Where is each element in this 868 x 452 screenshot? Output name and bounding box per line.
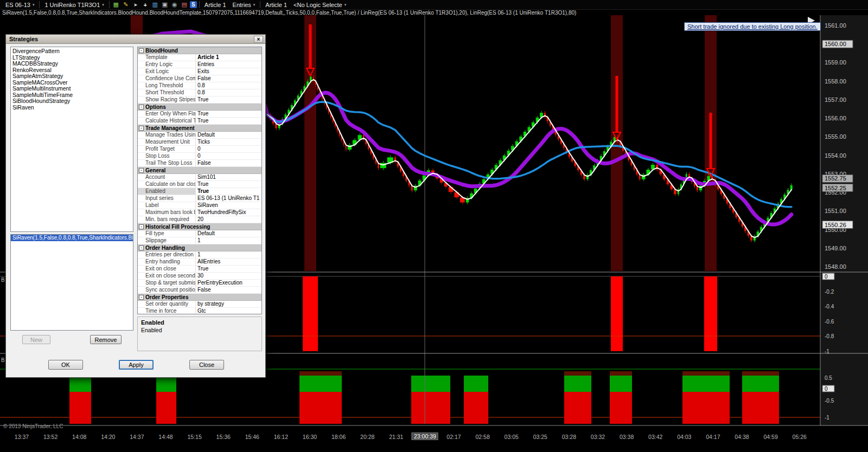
property-section-header[interactable]: -General: [138, 167, 261, 174]
property-row[interactable]: AccountSim101: [138, 174, 261, 181]
collapse-icon[interactable]: -: [139, 168, 144, 173]
property-row[interactable]: Manage Trades UsingDefault: [138, 132, 261, 139]
calendar-icon[interactable]: ▤: [180, 1, 189, 9]
property-value[interactable]: 0: [196, 153, 261, 159]
property-value[interactable]: False: [196, 287, 261, 293]
property-row[interactable]: Maximum bars look baTwoHundredFiftySix: [138, 209, 261, 216]
strategy-list-item[interactable]: SampleAtmStrategy: [11, 73, 133, 80]
collapse-icon[interactable]: -: [139, 105, 144, 109]
chart-style-icon[interactable]: ▦: [112, 1, 120, 9]
property-value[interactable]: PerEntryExecution: [196, 280, 261, 286]
property-row[interactable]: Min. bars required20: [138, 216, 261, 223]
strategy-list-item[interactable]: RenkoReversal: [11, 67, 133, 74]
apply-button[interactable]: Apply: [119, 360, 154, 370]
close-button[interactable]: Close: [189, 360, 224, 370]
property-row[interactable]: Input seriesES 06-13 (1 UniRenko T1: [138, 195, 261, 202]
property-row[interactable]: Exit on close seconds30: [138, 273, 261, 280]
property-value[interactable]: True: [196, 111, 261, 117]
property-value[interactable]: True: [196, 266, 261, 272]
property-row[interactable]: Trail The Stop LossFalse: [138, 160, 261, 167]
property-row[interactable]: Entry handlingAllEntries: [138, 259, 261, 266]
remove-button[interactable]: Remove: [90, 335, 122, 344]
snapshot-icon[interactable]: ◉: [170, 1, 179, 9]
property-section-header[interactable]: -Historical Fill Processing: [138, 223, 261, 230]
property-row[interactable]: EnabledTrue: [138, 188, 261, 195]
property-value[interactable]: AllEntries: [196, 259, 261, 265]
property-row[interactable]: Entry LogicEntries: [138, 61, 261, 68]
property-row[interactable]: Enter Only When FlatTrue: [138, 111, 261, 118]
strategy-icon[interactable]: S: [190, 1, 197, 8]
strategy-list-item[interactable]: LTStrategy: [11, 55, 133, 61]
price-axis[interactable]: [820, 15, 868, 426]
property-value[interactable]: Article 1: [196, 54, 261, 61]
property-value[interactable]: True: [196, 188, 261, 195]
property-row[interactable]: Confidence Use CompaFalse: [138, 75, 261, 82]
time-axis[interactable]: 13:3713:5214:0814:2014:3714:4815:1515:36…: [0, 432, 868, 444]
property-value[interactable]: 30: [196, 273, 261, 279]
property-value[interactable]: 0: [196, 146, 261, 152]
property-section-header[interactable]: -Order Properties: [138, 294, 261, 301]
ok-button[interactable]: OK: [48, 360, 83, 370]
strategy-list-item[interactable]: DivergencePattern: [11, 48, 133, 55]
draw-icon[interactable]: ✎: [122, 1, 130, 9]
property-row[interactable]: Profit Target0: [138, 146, 261, 153]
property-row[interactable]: Entries per direction1: [138, 251, 261, 259]
property-row[interactable]: Set order quantityby strategy: [138, 301, 261, 308]
strategy-list-item[interactable]: SampleMultiTimeFrame: [11, 92, 133, 99]
panels-icon[interactable]: ▣: [161, 1, 169, 9]
property-row[interactable]: Sync account positionFalse: [138, 287, 261, 294]
property-value[interactable]: Entries: [196, 61, 261, 68]
property-value[interactable]: 1: [196, 237, 261, 244]
close-icon[interactable]: ×: [254, 36, 263, 43]
property-value[interactable]: True: [196, 118, 261, 124]
property-row[interactable]: Time in forceGtc: [138, 308, 261, 314]
property-row[interactable]: Exit on closeTrue: [138, 266, 261, 273]
property-value[interactable]: Ticks: [196, 139, 261, 145]
property-value[interactable]: Default: [196, 132, 261, 138]
cursor-icon[interactable]: ➤: [131, 1, 140, 9]
property-row[interactable]: Show Racing StripesTrue: [138, 96, 261, 104]
property-row[interactable]: Fill typeDefault: [138, 230, 261, 237]
property-row[interactable]: Long Threshold0.8: [138, 82, 261, 89]
property-row[interactable]: Exit LogicExits: [138, 68, 261, 75]
property-value[interactable]: True: [196, 96, 261, 103]
property-value[interactable]: Default: [196, 230, 261, 237]
dialog-titlebar[interactable]: Strategies ×: [6, 35, 265, 44]
property-value[interactable]: 20: [196, 216, 261, 223]
configured-strategy-item[interactable]: SiRaven(1.5,False,0.8,0.8,True,SharkIndi…: [11, 235, 133, 241]
property-value[interactable]: by strategy: [196, 301, 261, 307]
entry-logic-selector[interactable]: Entries ▾: [229, 1, 259, 9]
property-row[interactable]: LabelSiRaven: [138, 202, 261, 209]
property-value[interactable]: False: [196, 160, 261, 166]
crosshair-icon[interactable]: +: [141, 1, 150, 9]
property-value[interactable]: ES 06-13 (1 UniRenko T1: [196, 195, 261, 202]
property-value[interactable]: 1: [196, 251, 261, 258]
indicators-icon[interactable]: ▥: [151, 1, 159, 9]
property-value[interactable]: 0.8: [196, 82, 261, 89]
property-value[interactable]: 0.8: [196, 89, 261, 96]
property-value[interactable]: SiRaven: [196, 202, 261, 209]
strategy-list-item[interactable]: SampleMACrossOver: [11, 80, 133, 86]
property-value[interactable]: False: [196, 75, 261, 82]
strategy-list-item[interactable]: MACDBBStrategy: [11, 61, 133, 67]
property-row[interactable]: Calculate Historical TrTrue: [138, 118, 261, 125]
collapse-icon[interactable]: -: [139, 295, 144, 300]
collapse-icon[interactable]: -: [139, 224, 144, 229]
property-row[interactable]: Calculate on bar closeTrue: [138, 181, 261, 188]
logic-selector[interactable]: <No Logic Selecte ▾: [290, 1, 349, 9]
series-interval-selector[interactable]: 1 UniRenko T1R3O1 ▾: [41, 1, 107, 9]
property-section-header[interactable]: -Order Handling: [138, 244, 261, 251]
property-value[interactable]: Sim101: [196, 174, 261, 180]
strategy-list-item[interactable]: SampleMultiInstrument: [11, 86, 133, 92]
property-row[interactable]: Measurement UnitTicks: [138, 139, 261, 146]
collapse-icon[interactable]: -: [139, 246, 144, 250]
collapse-icon[interactable]: -: [139, 48, 144, 53]
strategy-list-item[interactable]: SiBloodHoundStrategy: [11, 98, 133, 105]
property-value[interactable]: True: [196, 181, 261, 188]
strategy-list-item[interactable]: SiRaven: [11, 105, 133, 111]
property-section-header[interactable]: -Trade Management: [138, 125, 261, 132]
collapse-icon[interactable]: -: [139, 126, 144, 131]
property-section-header[interactable]: -BloodHound: [138, 47, 261, 54]
property-row[interactable]: Stop & target submissiPerEntryExecution: [138, 280, 261, 287]
property-section-header[interactable]: -Options: [138, 104, 261, 111]
